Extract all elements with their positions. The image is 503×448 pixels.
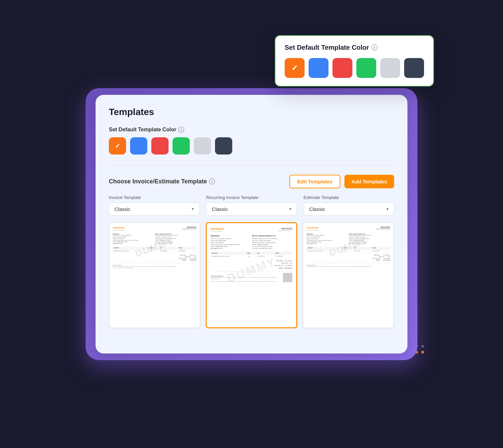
estimate-template-dropdown-group: Estimate Template Classic ▾ [304,195,394,216]
edit-templates-button[interactable]: Edit Templates [289,175,340,188]
recurring-template-label: Recurring Invoice Template [206,195,297,200]
template-preview-left[interactable]: invoiceraInvoicing Simplified INVOICE#LN… [109,222,200,328]
swatch-orange[interactable] [109,137,126,155]
template-info-icon[interactable]: i [209,178,215,184]
color-swatches-row [109,137,394,155]
outer-wrapper: Set Default Template Color i Templates S… [52,75,451,373]
popup-color-swatches [285,58,424,78]
swatch-red[interactable] [151,137,169,155]
popup-swatch-orange[interactable] [285,58,305,78]
page-title: Templates [109,107,394,117]
popup-title: Set Default Template Color i [285,44,424,51]
swatch-blue[interactable] [130,137,147,155]
preview-logo-right: invoiceraInvoicing Simplified [307,226,318,231]
swatch-green[interactable] [173,137,190,155]
estimate-template-label: Estimate Template [304,195,394,200]
preview-logo-left: invoiceraInvoicing Simplified [113,226,124,231]
template-preview-right[interactable]: invoiceraInvoicing Simplified INVOICE#LN… [303,222,394,328]
swatch-dark[interactable] [215,137,232,155]
invoice-template-label: Invoice Template [109,195,199,200]
popup-swatch-lightgray[interactable] [380,58,400,78]
popup-swatch-blue[interactable] [309,58,328,78]
main-content-card: Set Default Template Color i Templates S… [96,95,407,353]
popup-info-icon[interactable]: i [372,44,378,50]
chevron-down-icon: ▾ [387,207,389,211]
section-divider [109,165,394,165]
template-dropdowns: Invoice Template Classic ▾ Recurring Inv… [109,195,394,216]
add-templates-button[interactable]: Add Templates [344,175,394,188]
template-preview-middle[interactable]: invoicera Invoicing Simplified INVOICE #… [206,222,297,328]
popup-swatch-red[interactable] [332,58,352,78]
popup-swatch-dark[interactable] [404,58,424,78]
recurring-template-dropdown-group: Recurring Invoice Template Classic ▾ [206,195,297,216]
template-action-buttons: Edit Templates Add Templates [289,175,394,188]
invoice-template-dropdown-group: Invoice Template Classic ▾ [109,195,199,216]
popup-swatch-green[interactable] [356,58,376,78]
template-section-header: Choose Invoice/Estimate Template i Edit … [109,175,394,188]
chevron-down-icon: ▾ [192,207,194,211]
template-section-label: Choose Invoice/Estimate Template i [109,178,215,185]
invoice-template-select[interactable]: Classic ▾ [109,203,199,216]
color-info-icon[interactable]: i [178,127,184,133]
chevron-down-icon: ▾ [289,207,291,211]
color-section-label: Set Default Template Color i [109,127,394,133]
color-picker-popup: Set Default Template Color i [275,35,434,87]
swatch-lightgray[interactable] [194,137,211,155]
template-previews-container: invoiceraInvoicing Simplified INVOICE#LN… [109,222,394,328]
recurring-template-select[interactable]: Classic ▾ [206,203,297,216]
estimate-template-select[interactable]: Classic ▾ [304,203,394,216]
